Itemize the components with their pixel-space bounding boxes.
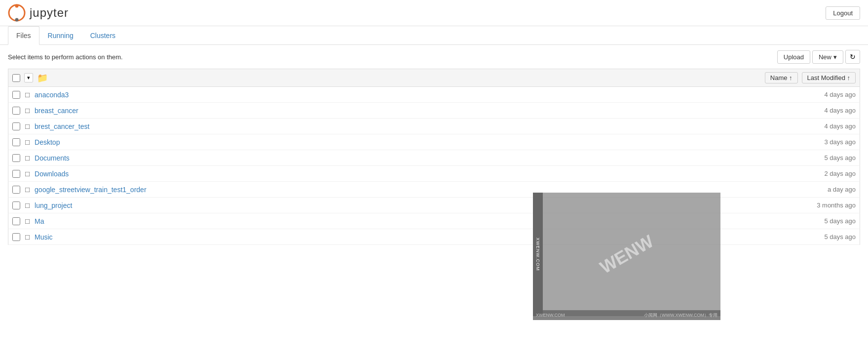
file-list-header: ▾ 📁 Name ↑ Last Modified ↑ bbox=[8, 69, 860, 87]
file-modified-time: 3 days ago bbox=[796, 138, 856, 146]
file-name-link[interactable]: google_streetview_train_test1_order bbox=[35, 186, 792, 194]
folder-icon: □ bbox=[25, 201, 30, 209]
toolbar-actions: Upload New ▾ ↻ bbox=[777, 50, 860, 64]
folder-icon: □ bbox=[25, 122, 30, 130]
table-row: □ Documents 5 days ago bbox=[8, 150, 860, 166]
file-name-link[interactable]: Desktop bbox=[35, 138, 792, 146]
tab-clusters[interactable]: Clusters bbox=[82, 26, 124, 45]
file-checkbox[interactable] bbox=[12, 170, 20, 178]
table-row: □ breast_cancer 4 days ago bbox=[8, 103, 860, 119]
logo-area: jupyter bbox=[8, 4, 69, 22]
folder-icon: □ bbox=[25, 169, 30, 178]
file-modified-time: 2 days ago bbox=[796, 170, 856, 177]
header: jupyter Logout bbox=[0, 0, 868, 26]
tab-files[interactable]: Files bbox=[8, 26, 39, 45]
table-row: □ anaconda3 4 days ago bbox=[8, 87, 860, 103]
file-modified-time: 5 days ago bbox=[796, 217, 856, 225]
svg-point-2 bbox=[15, 18, 19, 22]
svg-point-1 bbox=[15, 4, 19, 8]
new-folder-icon[interactable]: 📁 bbox=[37, 73, 48, 83]
file-checkbox[interactable] bbox=[12, 138, 20, 146]
table-row: □ lung_project 3 months ago bbox=[8, 198, 860, 213]
table-row: □ google_streetview_train_test1_order a … bbox=[8, 182, 860, 198]
folder-icon: □ bbox=[25, 233, 30, 241]
folder-icon: □ bbox=[25, 154, 30, 162]
file-modified-time: a day ago bbox=[796, 186, 856, 193]
app-name: jupyter bbox=[30, 6, 69, 20]
file-checkbox[interactable] bbox=[12, 122, 20, 130]
file-modified-time: 4 days ago bbox=[796, 107, 856, 114]
file-modified-time: 3 months ago bbox=[796, 202, 856, 209]
file-modified-time: 4 days ago bbox=[796, 122, 856, 130]
file-name-link[interactable]: Documents bbox=[35, 154, 792, 162]
file-name-link[interactable]: lung_project bbox=[35, 202, 792, 209]
toolbar-row: Select items to perform actions on them.… bbox=[0, 45, 868, 69]
file-checkbox[interactable] bbox=[12, 186, 20, 194]
file-modified-time: 5 days ago bbox=[796, 233, 856, 241]
sort-by-modified-button[interactable]: Last Modified ↑ bbox=[802, 72, 856, 83]
table-row: □ Desktop 3 days ago bbox=[8, 134, 860, 150]
table-row: □ brest_cancer_test 4 days ago bbox=[8, 119, 860, 134]
tab-running[interactable]: Running bbox=[39, 26, 82, 45]
folder-icon: □ bbox=[25, 217, 30, 225]
file-name-link[interactable]: breast_cancer bbox=[35, 107, 792, 115]
file-checkbox[interactable] bbox=[12, 233, 20, 241]
file-name-link[interactable]: Music bbox=[35, 233, 792, 241]
file-list-container: ▾ 📁 Name ↑ Last Modified ↑ □ anaconda3 4… bbox=[0, 69, 868, 245]
new-dropdown-arrow-icon: ▾ bbox=[833, 53, 837, 61]
sort-by-name-button[interactable]: Name ↑ bbox=[765, 72, 798, 83]
folder-icon: □ bbox=[25, 90, 30, 99]
refresh-button[interactable]: ↻ bbox=[845, 50, 860, 64]
file-name-link[interactable]: anaconda3 bbox=[35, 91, 792, 99]
file-items-container: □ anaconda3 4 days ago □ breast_cancer 4… bbox=[8, 87, 860, 245]
logout-button[interactable]: Logout bbox=[826, 6, 860, 20]
table-row: □ Ma 5 days ago bbox=[8, 213, 860, 229]
table-row: □ Music 5 days ago bbox=[8, 229, 860, 245]
file-name-link[interactable]: Ma bbox=[35, 217, 792, 225]
file-modified-time: 5 days ago bbox=[796, 154, 856, 162]
header-dropdown-button[interactable]: ▾ bbox=[24, 73, 33, 82]
file-checkbox[interactable] bbox=[12, 107, 20, 115]
select-info: Select items to perform actions on them. bbox=[8, 53, 123, 61]
file-checkbox[interactable] bbox=[12, 91, 20, 99]
tabs-bar: Files Running Clusters bbox=[0, 26, 868, 45]
table-row: □ Downloads 2 days ago bbox=[8, 166, 860, 182]
upload-button[interactable]: Upload bbox=[777, 50, 810, 64]
file-checkbox[interactable] bbox=[12, 217, 20, 225]
file-name-link[interactable]: Downloads bbox=[35, 170, 792, 178]
file-modified-time: 4 days ago bbox=[796, 91, 856, 98]
select-all-checkbox[interactable] bbox=[12, 74, 20, 82]
refresh-icon: ↻ bbox=[850, 53, 856, 61]
folder-icon: □ bbox=[25, 106, 30, 115]
file-name-link[interactable]: brest_cancer_test bbox=[35, 122, 792, 130]
folder-icon: □ bbox=[25, 138, 30, 146]
new-button[interactable]: New ▾ bbox=[812, 50, 843, 64]
jupyter-logo-icon bbox=[8, 4, 26, 22]
folder-icon: □ bbox=[25, 185, 30, 194]
file-checkbox[interactable] bbox=[12, 202, 20, 209]
file-checkbox[interactable] bbox=[12, 154, 20, 162]
